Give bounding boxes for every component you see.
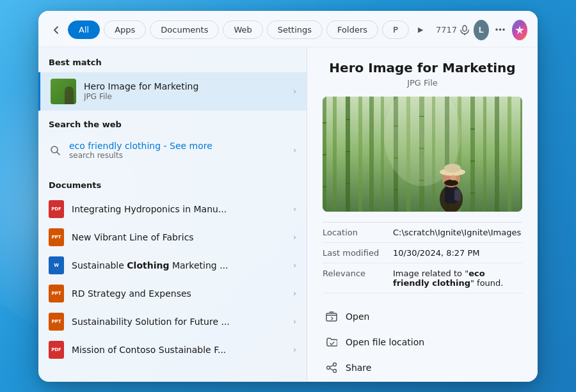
doc-chevron: › [293, 317, 296, 326]
svg-point-42 [444, 164, 461, 173]
list-item[interactable]: W Sustainable Clothing Marketing ... › [38, 251, 307, 279]
content-area: Best match Hero Image for Marketing JPG … [38, 47, 538, 382]
web-search-item[interactable]: eco friendly clothing - See more search … [38, 134, 307, 166]
word-icon: W [49, 256, 64, 274]
search-icon [49, 144, 61, 157]
meta-relevance: Relevance Image related to "eco friendly… [323, 263, 522, 294]
doc-name: Sustainable Clothing Marketing ... [72, 260, 293, 270]
svg-rect-19 [483, 97, 486, 212]
svg-point-48 [333, 363, 337, 366]
pdf-icon: PDF [49, 200, 64, 218]
svg-rect-36 [470, 161, 475, 162]
svg-rect-7 [333, 97, 337, 212]
play-button[interactable]: ▶ [413, 20, 428, 40]
mic-icon [460, 25, 470, 35]
open-location-button[interactable]: Open file location [323, 329, 522, 355]
best-match-name: Hero Image for Marketing [84, 81, 293, 91]
svg-rect-21 [508, 97, 511, 212]
open-button[interactable]: Open [323, 304, 522, 329]
documents-title: Documents [38, 175, 307, 195]
action-list: Open Open file location [323, 304, 522, 380]
filter-p[interactable]: P [382, 20, 409, 39]
svg-rect-18 [470, 97, 475, 212]
svg-rect-28 [346, 183, 350, 184]
share-label: Share [346, 363, 371, 373]
svg-rect-35 [470, 129, 475, 130]
ppt-icon: PPT [49, 228, 64, 246]
preview-image [323, 97, 522, 212]
toolbar: All Apps Documents Web Settings Folders … [38, 11, 538, 47]
doc-chevron: › [293, 205, 296, 214]
svg-rect-26 [346, 119, 350, 120]
svg-point-50 [333, 369, 337, 372]
svg-rect-8 [346, 97, 350, 212]
doc-name: Integrating Hydroponics in Manu... [72, 204, 293, 214]
doc-name: Mission of Contoso Sustainable F... [72, 345, 293, 355]
svg-rect-25 [323, 186, 326, 187]
open-icon [325, 310, 338, 323]
right-panel: Hero Image for Marketing JPG File [307, 47, 538, 382]
best-match-thumbnail [51, 79, 76, 104]
share-button[interactable]: Share [323, 355, 522, 380]
list-item[interactable]: PDF Integrating Hydroponics in Manu... › [38, 195, 307, 223]
doc-chevron: › [293, 233, 296, 242]
copilot-button[interactable] [512, 20, 527, 40]
list-item[interactable]: PPT RD Strategy and Expenses › [38, 279, 307, 308]
web-search-chevron: › [293, 146, 296, 155]
doc-name: RD Strategy and Expenses [72, 288, 293, 299]
doc-name: New Vibrant Line of Fabrics [72, 232, 293, 242]
user-avatar[interactable]: L [474, 20, 489, 40]
share-icon [325, 361, 338, 374]
svg-line-52 [330, 368, 333, 370]
detail-title: Hero Image for Marketing [323, 60, 522, 75]
open-location-label: Open file location [346, 337, 424, 347]
doc-chevron: › [293, 289, 296, 298]
more-options-button[interactable]: ••• [493, 20, 508, 40]
filter-documents[interactable]: Documents [150, 20, 219, 39]
svg-rect-22 [520, 97, 522, 212]
meta-modified: Last modified 10/30/2024, 8:27 PM [323, 243, 522, 263]
svg-point-43 [444, 180, 458, 186]
best-match-item[interactable]: Hero Image for Marketing JPG File › [38, 72, 307, 111]
svg-line-51 [330, 365, 333, 367]
preview-svg [323, 97, 522, 212]
web-search-title: Search the web [38, 120, 307, 134]
svg-rect-27 [346, 151, 350, 152]
svg-point-49 [327, 366, 330, 369]
web-search-sub: search results [69, 151, 293, 160]
ppt-icon: PPT [49, 313, 64, 331]
list-item[interactable]: PDF Mission of Contoso Sustainable F... … [38, 336, 307, 364]
meta-location: Location C:\scratch\Ignite\Ignite\Images [323, 223, 522, 243]
open-label: Open [346, 311, 369, 322]
metadata-table: Location C:\scratch\Ignite\Ignite\Images… [323, 222, 522, 294]
svg-rect-24 [323, 154, 326, 155]
filter-settings[interactable]: Settings [267, 20, 323, 39]
web-search-query: eco friendly clothing - See more [69, 141, 293, 151]
best-match-chevron: › [293, 87, 296, 96]
list-item[interactable]: PPT Sustainability Solution for Future .… [38, 308, 307, 336]
back-button[interactable] [49, 20, 64, 40]
svg-rect-37 [470, 192, 475, 194]
pdf-icon: PDF [49, 341, 64, 359]
doc-chevron: › [293, 345, 296, 354]
svg-rect-0 [463, 26, 467, 31]
filter-folders[interactable]: Folders [326, 20, 378, 39]
svg-rect-10 [369, 97, 374, 212]
filter-all[interactable]: All [68, 20, 100, 39]
svg-rect-20 [495, 97, 499, 212]
filter-web[interactable]: Web [223, 20, 262, 39]
svg-rect-31 [394, 189, 398, 191]
ppt-icon: PPT [49, 285, 64, 302]
best-match-type: JPG File [84, 92, 293, 101]
search-window: All Apps Documents Web Settings Folders … [38, 11, 538, 382]
svg-point-46 [450, 175, 456, 180]
best-match-title: Best match [38, 58, 307, 72]
left-panel: Best match Hero Image for Marketing JPG … [38, 47, 307, 382]
svg-rect-45 [454, 189, 461, 201]
svg-line-3 [57, 152, 60, 155]
folder-icon [325, 336, 338, 349]
detail-subtitle: JPG File [323, 78, 522, 88]
doc-chevron: › [293, 261, 296, 270]
filter-apps[interactable]: Apps [104, 20, 146, 39]
list-item[interactable]: PPT New Vibrant Line of Fabrics › [38, 223, 307, 251]
